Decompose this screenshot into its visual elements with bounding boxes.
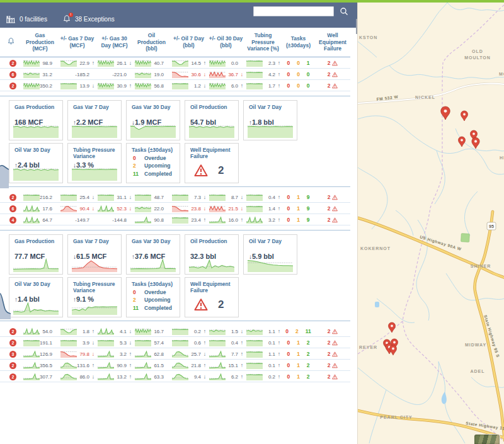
- trend-up-arrow-icon: ↑: [238, 339, 243, 346]
- map-pin[interactable]: [441, 106, 450, 120]
- sparkline: [209, 82, 226, 89]
- metric-value: 6.2: [231, 374, 238, 380]
- search-icon[interactable]: [340, 7, 348, 16]
- well-row[interactable]: 617.690.4↓52.3↓22.023.8↓21.5↓1.4↑0192: [0, 203, 350, 214]
- card-title: Oil Var 7 Day: [249, 104, 293, 110]
- sparkline: [246, 361, 263, 369]
- tasks-completed-count: 0: [307, 83, 310, 89]
- trend-down-arrow-icon: ↓: [127, 60, 132, 66]
- metric-value: 90.8: [154, 217, 164, 223]
- map-pin[interactable]: [390, 345, 397, 355]
- sparkline: [72, 123, 117, 138]
- metric-value: 9.4: [194, 374, 201, 380]
- trend-up-arrow-icon: ↑: [127, 351, 132, 357]
- metric-value: 6.0: [231, 83, 238, 89]
- well-row[interactable]: 2356.5131.6↑90.9↑61.521.8↑15.1↑0.1↑0122: [0, 360, 350, 371]
- metric-value: 0.1: [268, 340, 275, 346]
- metric-cell: 2.3↑: [244, 57, 282, 69]
- tasks-overdue-count: 0: [287, 205, 290, 212]
- column-header-1[interactable]: Gas Production (MCF): [21, 31, 59, 54]
- well-row[interactable]: 2191.13.9↓5.3↓57.40.6↑0.4↑0.1↑0122: [0, 337, 350, 348]
- task-line: 0Overdue: [132, 155, 176, 161]
- column-header-5[interactable]: +/- Oil 7 Day (bbl): [170, 34, 207, 50]
- sparkline: [209, 350, 226, 358]
- card-sparkline: [248, 257, 293, 272]
- tasks-completed-count: 2: [307, 373, 310, 380]
- column-header-4[interactable]: Oil Production (bbl): [133, 31, 170, 54]
- sparkline: [60, 373, 77, 380]
- county-boundary-line: [358, 5, 504, 442]
- search-input[interactable]: [253, 6, 334, 16]
- well-row[interactable]: 2307.786.0↓13.2↑63.39.4↓6.2↑0.2↑0122: [0, 371, 350, 382]
- tasks-overdue-count: 0: [287, 217, 290, 223]
- well-row[interactable]: 298.922.9↑26.1↓40.714.5↑0.02.3↑0012: [0, 57, 350, 69]
- metric-value: 0.2: [268, 374, 275, 380]
- map-pin[interactable]: [461, 111, 468, 121]
- card-sparkline: [72, 166, 117, 181]
- app-window: 0 facilities ! 38 Exceptions: [0, 0, 504, 444]
- metric-value: 16.0: [228, 217, 238, 223]
- metric-cell: 90.8: [133, 214, 170, 225]
- metric-cell: 40.7: [133, 57, 170, 69]
- scrollbar-thumb[interactable]: [356, 19, 357, 34]
- metric-value: 48.7: [154, 195, 164, 200]
- well-row[interactable]: 631.2-185.2-221.019.030.6↓36.7↓4.2↑0002: [0, 69, 350, 80]
- trend-up-arrow-icon: ↑: [275, 205, 280, 212]
- well-row[interactable]: 254.01.8↑4.1↓16.70.2↑1.5↓1.1↑02112: [0, 326, 350, 337]
- trend-up-arrow-icon: ↑: [275, 71, 280, 77]
- metric-cell: 9.4↓: [170, 371, 207, 382]
- sparkline: [172, 373, 188, 380]
- sparkline: [98, 193, 114, 201]
- column-header-7[interactable]: Tubing Pressure Variance (%): [244, 31, 282, 54]
- tasks-completed-count: 9: [307, 205, 310, 212]
- map-pin[interactable]: [459, 137, 466, 147]
- column-header-6[interactable]: +/- Oil 30 Day (bbl): [207, 34, 244, 50]
- sparkline: [172, 216, 188, 224]
- metric-value: 22.9: [79, 60, 89, 66]
- well-row[interactable]: 3126.979.8↓3.2↑62.825.7↓7.7↑1.1↑0122: [0, 348, 350, 360]
- column-header-2[interactable]: +/- Gas 7 Day (MCF): [59, 34, 96, 50]
- kpi-card: Oil Var 30 Day↑2.4 bbl: [9, 143, 63, 183]
- sparkline: [172, 327, 188, 335]
- kpi-card: Gas Var 7 Day↑2.2 MCF: [67, 100, 122, 140]
- facilities-toggle[interactable]: 0 facilities: [6, 15, 47, 23]
- well-row[interactable]: 2216.225.4↓31.1↓48.77.3↓8.7↓0.4↑0192: [0, 191, 350, 203]
- alert-count-badge: 2: [9, 339, 16, 346]
- column-header-8[interactable]: Tasks (±30days): [282, 34, 315, 50]
- exceptions-toggle[interactable]: ! 38 Exceptions: [62, 14, 115, 23]
- metric-cell: 0.4↑: [207, 337, 244, 348]
- trend-down-arrow-icon: ↓: [89, 205, 94, 212]
- metric-value: 1.5: [231, 329, 238, 334]
- dashboard-panel: 0 facilities ! 38 Exceptions: [0, 3, 357, 444]
- metric-value: 0.1: [268, 363, 275, 368]
- metric-cell: 1.7↑: [244, 80, 282, 91]
- trend-up-arrow-icon: ↑: [275, 60, 280, 66]
- metric-value: 0.0: [231, 60, 238, 66]
- well-row[interactable]: 464.7-149.7-144.890.823.4↑16.0↑3.2↑0192: [0, 214, 350, 225]
- metric-value: 13.9: [79, 83, 89, 89]
- metric-cell: 98.9: [21, 57, 59, 69]
- well-row[interactable]: 2350.213.9↓30.9↑56.81.2↓6.0↑1.7↑0002: [0, 80, 350, 91]
- metric-cell: 31.1↓: [96, 191, 133, 203]
- column-header-9[interactable]: Well Equipment Failure: [315, 31, 350, 54]
- trend-down-arrow-icon: ↓: [201, 71, 206, 77]
- map-pin[interactable]: [389, 322, 396, 333]
- task-line: 0Overdue: [132, 289, 176, 295]
- column-header-3[interactable]: +/- Gas 30 Day (MCF): [96, 34, 133, 50]
- trend-up-arrow-icon: ↑: [275, 194, 280, 200]
- place-label: KOKERNOT: [360, 246, 391, 251]
- metric-cell: 25.4↓: [59, 191, 96, 203]
- satellite-view-toggle[interactable]: [474, 434, 500, 444]
- alert-cell: 2: [0, 373, 21, 380]
- map-panel[interactable]: KSTONOLDMOULTONMONICKELHEKOKERNOTSHINERM…: [357, 3, 504, 444]
- metric-cell: 1.4↑: [244, 203, 282, 214]
- equipment-failure-count: 2: [328, 362, 331, 368]
- metric-value: 56.8: [154, 83, 164, 89]
- metric-value: 79.8: [79, 351, 89, 357]
- trend-down-arrow-icon: ↓: [238, 205, 243, 212]
- sparkline: [98, 373, 114, 380]
- metric-cell: 86.0↓: [59, 371, 96, 382]
- map-pin[interactable]: [472, 137, 479, 149]
- card-sparkline: [13, 257, 59, 272]
- trend-up-arrow-icon: ↑: [275, 339, 280, 346]
